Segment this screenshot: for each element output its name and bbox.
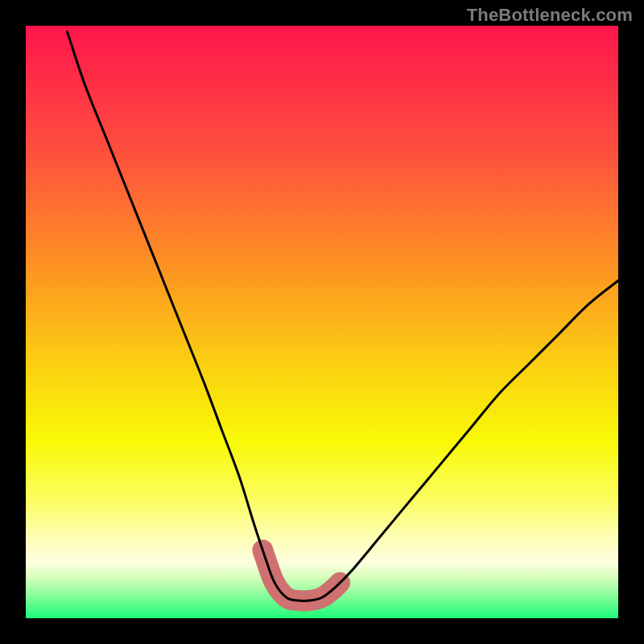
gradient-background	[26, 26, 618, 618]
bottleneck-curve-chart	[0, 0, 644, 644]
chart-frame: TheBottleneck.com	[0, 0, 644, 644]
